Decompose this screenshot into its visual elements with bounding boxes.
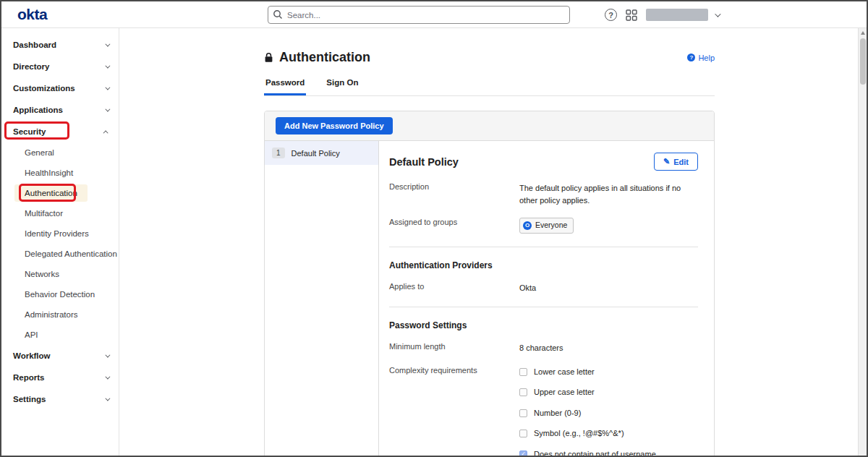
checkbox-row: Upper case letter [519, 386, 698, 398]
sidebar-item-administrators[interactable]: Administrators [1, 304, 119, 325]
policy-list-item[interactable]: 1 Default Policy [265, 141, 378, 165]
sidebar-item-label: Reports [13, 373, 105, 382]
chevron-down-icon [105, 352, 110, 357]
policy-detail-title: Default Policy [389, 156, 459, 168]
field-label: Assigned to groups [389, 218, 519, 226]
sidebar-item-dashboard[interactable]: Dashboard [1, 34, 119, 56]
sidebar-item-applications[interactable]: Applications [1, 99, 119, 121]
sidebar: Dashboard Directory Customizations Appli… [1, 28, 119, 456]
sidebar-item-multifactor[interactable]: Multifactor [1, 203, 119, 223]
tab-sign-on[interactable]: Sign On [325, 78, 359, 95]
policy-name: Default Policy [292, 149, 340, 158]
sidebar-item-label: Directory [13, 62, 105, 71]
password-policy-card: Add New Password Policy 1 Default Policy… [264, 111, 715, 456]
checkbox-label: Lower case letter [534, 366, 595, 378]
checkbox-number[interactable] [519, 409, 527, 417]
help-icon[interactable]: ? [605, 9, 617, 21]
help-link-label: Help [698, 54, 715, 62]
sidebar-item-security[interactable]: Security [1, 121, 119, 142]
user-menu[interactable] [646, 9, 719, 21]
apps-grid-icon[interactable] [626, 9, 637, 21]
checkbox-no-username-part[interactable] [519, 450, 527, 456]
applies-to-row: Applies to Okta [389, 282, 698, 294]
search-input[interactable] [268, 6, 570, 24]
field-value: The default policy applies in all situat… [519, 182, 698, 206]
checkbox-row: Number (0-9) [519, 407, 698, 419]
tab-bar: Password Sign On [264, 78, 715, 96]
sidebar-item-directory[interactable]: Directory [1, 56, 119, 77]
assigned-groups-row: Assigned to groups Everyone [389, 218, 698, 234]
field-value: 8 characters [519, 342, 698, 354]
description-row: Description The default policy applies i… [389, 182, 698, 206]
complexity-requirements-row: Complexity requirements Lower case lette… [389, 366, 698, 456]
sidebar-item-customizations[interactable]: Customizations [1, 77, 119, 99]
chevron-down-icon [105, 63, 110, 68]
sidebar-item-label: Multifactor [25, 209, 63, 218]
search-icon [273, 9, 283, 20]
section-heading-authentication-providers: Authentication Providers [389, 260, 698, 270]
okta-group-icon [523, 221, 532, 230]
section-heading-password-settings: Password Settings [389, 320, 698, 330]
sidebar-item-label: Settings [13, 395, 105, 403]
sidebar-item-networks[interactable]: Networks [1, 264, 119, 284]
edit-button-label: Edit [673, 158, 689, 166]
user-name-redacted [646, 9, 708, 21]
checkbox-lower-case[interactable] [519, 368, 527, 376]
field-label: Applies to [389, 282, 519, 291]
scrollbar[interactable] [858, 28, 867, 456]
sidebar-item-general[interactable]: General [1, 142, 119, 163]
chevron-down-icon [105, 106, 110, 111]
add-password-policy-button[interactable]: Add New Password Policy [276, 117, 393, 134]
scrollbar-up-arrow[interactable] [861, 31, 865, 35]
divider [389, 247, 698, 247]
checkbox-symbol[interactable] [519, 430, 527, 437]
sidebar-item-delegated-authentication[interactable]: Delegated Authentication [1, 244, 119, 264]
topbar-actions: ? [605, 1, 719, 28]
minimum-length-row: Minimum length 8 characters [389, 342, 698, 354]
card-header: Add New Password Policy [265, 111, 714, 141]
sidebar-item-label: API [25, 330, 38, 339]
scrollbar-thumb[interactable] [860, 38, 866, 85]
checkbox-row: Symbol (e.g., !@#$%^&*) [519, 427, 698, 440]
checkbox-row: Does not contain part of username [519, 448, 698, 456]
tab-password[interactable]: Password [264, 78, 306, 95]
sidebar-item-label: Administrators [25, 310, 78, 319]
chevron-down-icon [105, 374, 110, 379]
field-label: Minimum length [389, 342, 519, 351]
group-pill-label: Everyone [535, 220, 567, 231]
sidebar-item-settings[interactable]: Settings [1, 388, 119, 410]
sidebar-item-authentication[interactable]: Authentication [1, 183, 119, 203]
policy-priority-badge: 1 [272, 148, 285, 158]
help-link[interactable]: ? Help [687, 54, 715, 62]
policy-list: 1 Default Policy [265, 141, 379, 456]
sidebar-item-reports[interactable]: Reports [1, 367, 119, 388]
sidebar-item-label: Dashboard [13, 40, 105, 49]
sidebar-item-label: HealthInsight [25, 168, 73, 177]
field-label: Complexity requirements [389, 366, 519, 375]
app-window: okta ? Dashboard Directory [0, 0, 868, 457]
sidebar-item-label: Authentication [14, 184, 88, 202]
help-badge-icon: ? [687, 54, 695, 61]
sidebar-item-behavior-detection[interactable]: Behavior Detection [1, 284, 119, 304]
sidebar-item-label: General [25, 148, 54, 157]
checkbox-label: Number (0-9) [534, 407, 581, 419]
checkbox-label: Does not contain part of username [534, 448, 656, 456]
okta-logo[interactable]: okta [17, 6, 47, 23]
policy-detail-panel: Default Policy ✎ Edit Description The de… [379, 141, 714, 456]
sidebar-item-workflow[interactable]: Workflow [1, 345, 119, 367]
chevron-down-icon [105, 41, 110, 46]
sidebar-item-api[interactable]: API [1, 325, 119, 345]
sidebar-item-label: Applications [13, 106, 105, 114]
page-title-text: Authentication [279, 50, 370, 65]
field-value: Okta [519, 282, 698, 294]
chevron-down-icon [105, 85, 110, 90]
group-pill-everyone[interactable]: Everyone [519, 218, 574, 234]
sidebar-item-healthinsight[interactable]: HealthInsight [1, 163, 119, 183]
edit-button[interactable]: ✎ Edit [654, 153, 698, 171]
sidebar-item-label: Networks [25, 270, 59, 278]
sidebar-item-label: Behavior Detection [25, 290, 95, 299]
checkbox-label: Symbol (e.g., !@#$%^&*) [534, 427, 624, 440]
checkbox-upper-case[interactable] [519, 388, 527, 396]
sidebar-item-identity-providers[interactable]: Identity Providers [1, 223, 119, 244]
global-search [268, 6, 570, 24]
